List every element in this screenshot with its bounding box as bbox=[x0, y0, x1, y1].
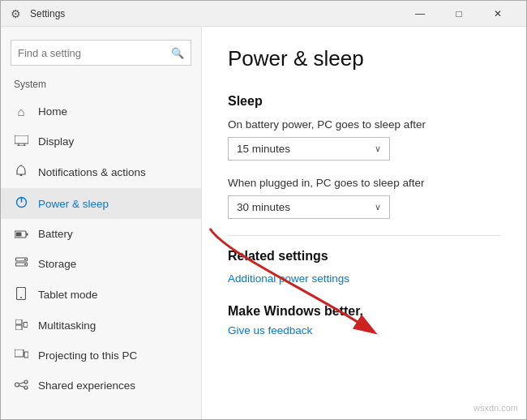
sidebar-item-storage[interactable]: Storage bbox=[1, 249, 201, 279]
plugged-sleep-dropdown[interactable]: 30 minutes ∨ bbox=[228, 195, 390, 219]
chevron-down-icon: ∨ bbox=[375, 144, 381, 154]
title-bar: ⚙ Settings — □ ✕ bbox=[1, 1, 526, 27]
sidebar-item-multitasking[interactable]: Multitasking bbox=[1, 311, 201, 341]
battery-sleep-value: 15 minutes bbox=[237, 143, 290, 155]
close-button[interactable]: ✕ bbox=[479, 1, 516, 27]
settings-icon: ⚙ bbox=[11, 7, 24, 20]
svg-point-22 bbox=[15, 383, 19, 387]
projecting-icon bbox=[14, 349, 28, 362]
svg-rect-17 bbox=[15, 325, 22, 330]
svg-rect-8 bbox=[26, 234, 28, 236]
svg-line-25 bbox=[19, 383, 24, 384]
give-feedback-link[interactable]: Give us feedback bbox=[228, 324, 312, 336]
sidebar-item-tablet[interactable]: Tablet mode bbox=[1, 279, 201, 311]
plugged-sleep-value: 30 minutes bbox=[237, 201, 290, 213]
page-title: Power & sleep bbox=[228, 46, 500, 71]
sidebar-item-home[interactable]: ⌂ Home bbox=[1, 96, 201, 126]
sidebar-item-label: Storage bbox=[38, 258, 76, 270]
sidebar-item-label: Tablet mode bbox=[38, 289, 98, 301]
content-area: 🔍 System ⌂ Home Display Notifications & … bbox=[1, 27, 526, 419]
sidebar-item-label: Notifications & actions bbox=[38, 166, 146, 178]
sidebar-section-label: System bbox=[1, 75, 201, 96]
shared-icon bbox=[14, 379, 28, 392]
chevron-down-icon-2: ∨ bbox=[375, 202, 381, 212]
search-input[interactable] bbox=[18, 47, 171, 59]
power-icon bbox=[14, 196, 28, 211]
sidebar-item-notifications[interactable]: Notifications & actions bbox=[1, 156, 201, 188]
sleep-section-title: Sleep bbox=[228, 94, 500, 109]
title-bar-left: ⚙ Settings bbox=[11, 7, 65, 20]
multitasking-icon bbox=[14, 319, 28, 332]
battery-sleep-label: On battery power, PC goes to sleep after bbox=[228, 118, 500, 131]
svg-rect-4 bbox=[20, 174, 23, 176]
svg-rect-19 bbox=[15, 349, 24, 357]
svg-point-15 bbox=[20, 297, 22, 298]
sidebar-item-shared[interactable]: Shared experiences bbox=[1, 371, 201, 401]
sidebar-item-label: Projecting to this PC bbox=[38, 349, 137, 362]
svg-point-12 bbox=[24, 259, 26, 260]
settings-window: ⚙ Settings — □ ✕ 🔍 System ⌂ Home bbox=[0, 0, 527, 420]
search-icon: 🔍 bbox=[171, 47, 184, 59]
notifications-icon bbox=[14, 165, 28, 180]
sidebar-item-projecting[interactable]: Projecting to this PC bbox=[1, 341, 201, 371]
battery-icon bbox=[14, 227, 28, 241]
svg-rect-9 bbox=[15, 233, 21, 237]
svg-rect-18 bbox=[24, 323, 28, 328]
related-settings-title: Related settings bbox=[228, 249, 500, 264]
title-bar-controls: — □ ✕ bbox=[401, 1, 516, 27]
main-wrapper: Power & sleep Sleep On battery power, PC… bbox=[202, 27, 526, 419]
svg-rect-16 bbox=[15, 319, 22, 324]
minimize-button[interactable]: — bbox=[401, 1, 439, 27]
sidebar-item-label: Battery bbox=[38, 228, 73, 240]
maximize-button[interactable]: □ bbox=[440, 1, 478, 27]
sidebar-item-display[interactable]: Display bbox=[1, 126, 201, 156]
battery-sleep-dropdown[interactable]: 15 minutes ∨ bbox=[228, 137, 390, 161]
main-content: Power & sleep Sleep On battery power, PC… bbox=[202, 27, 526, 356]
sidebar-item-label: Shared experiences bbox=[38, 379, 135, 392]
search-box[interactable]: 🔍 bbox=[11, 40, 191, 66]
sidebar-item-label: Power & sleep bbox=[38, 198, 109, 210]
sidebar-item-battery[interactable]: Battery bbox=[1, 219, 201, 249]
additional-power-settings-link[interactable]: Additional power settings bbox=[228, 272, 349, 285]
tablet-icon bbox=[14, 287, 28, 302]
make-windows-better-title: Make Windows better. bbox=[228, 304, 500, 319]
svg-point-23 bbox=[24, 380, 28, 384]
svg-rect-0 bbox=[15, 135, 28, 144]
sidebar-item-power[interactable]: Power & sleep bbox=[1, 188, 201, 219]
storage-icon bbox=[14, 257, 28, 271]
sidebar-item-label: Multitasking bbox=[38, 319, 96, 332]
plugged-sleep-label: When plugged in, PC goes to sleep after bbox=[228, 177, 500, 189]
svg-line-26 bbox=[19, 386, 24, 388]
watermark: wsxdn.com bbox=[473, 403, 518, 413]
svg-point-13 bbox=[24, 264, 26, 265]
sidebar-item-label: Display bbox=[38, 135, 74, 148]
window-title: Settings bbox=[30, 8, 65, 19]
home-icon: ⌂ bbox=[14, 105, 28, 118]
svg-point-24 bbox=[24, 386, 28, 389]
sidebar: 🔍 System ⌂ Home Display Notifications & … bbox=[1, 27, 202, 419]
display-icon bbox=[14, 135, 28, 148]
svg-rect-20 bbox=[24, 352, 28, 358]
sidebar-item-label: Home bbox=[38, 105, 67, 118]
divider bbox=[228, 235, 500, 236]
